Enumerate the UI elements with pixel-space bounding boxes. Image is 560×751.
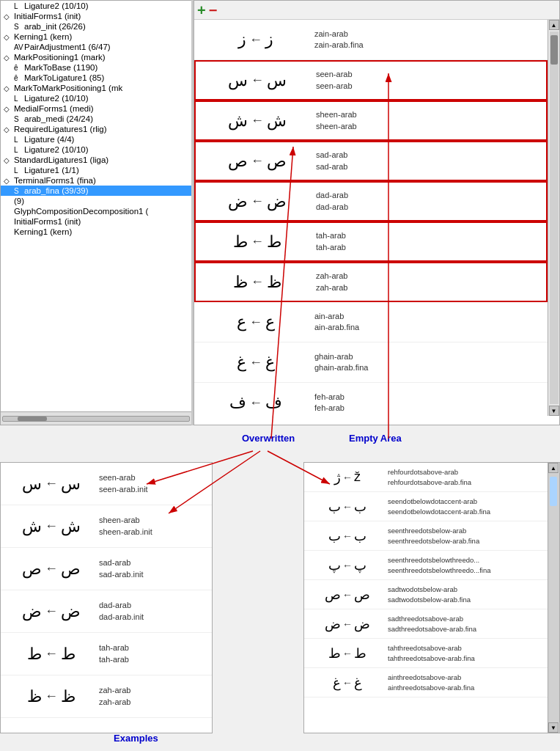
glyph-names: dad-arab dad-arab — [316, 190, 543, 213]
glyph-names: ghain-arab ghain-arab.fina — [314, 351, 545, 374]
tree-item[interactable]: ◇Kerning1 (kern) — [1, 32, 191, 42]
empty-names: sadthreedotsabove-arab sadthreedotsabove… — [388, 614, 545, 634]
horizontal-scrollbar[interactable] — [1, 411, 191, 425]
empty-scroll-up[interactable]: ▲ — [548, 463, 559, 473]
tree-item[interactable]: LLigature2 (10/10) — [1, 93, 191, 103]
arrow-icon: ← — [251, 153, 264, 169]
glyph-row[interactable]: ز ← ز zain-arab zain-arab.fina — [194, 20, 548, 60]
empty-row: ض ← ض sadthreedotsabove-arab sadthreedot… — [304, 609, 548, 639]
glyph-row[interactable]: غ ← غ ghain-arab ghain-arab.fina — [194, 342, 548, 383]
example-row: ص ← ص sad-arab sad-arab.init — [1, 548, 212, 590]
example-glyph-cell: ط ← ط — [4, 645, 99, 664]
example-glyph-cell: س ← س — [4, 475, 99, 494]
tree-item[interactable]: ◇InitialForms1 (init) — [1, 11, 191, 21]
glyph-names: zah-arab zah-arab — [316, 271, 543, 293]
scroll-up-button[interactable]: ▲ — [549, 20, 559, 30]
tree-item[interactable]: AVPairAdjustment1 (6/47) — [1, 42, 191, 52]
example-row: ظ ← ظ zah-arab zah-arab — [1, 675, 212, 718]
example-row: ش ← ش sheen-arab sheen-arab.init — [1, 505, 212, 548]
remove-button[interactable]: − — [209, 3, 218, 18]
empty-row: غ ← غ ainthreedotsabove-arab ainthreedot… — [304, 668, 548, 697]
tree-item[interactable]: GlyphCompositionDecomposition1 ( — [1, 206, 191, 216]
add-button[interactable]: + — [197, 3, 206, 18]
glyph-row[interactable]: س ← س seen-arab seen-arab — [194, 60, 548, 100]
empty-area-label: Empty Area — [349, 433, 402, 444]
annotation-section: Overwritten Empty Area س ← س seen-arab s… — [0, 425, 560, 751]
tree-item[interactable]: Kerning1 (kern) — [1, 227, 191, 237]
glyph-table-scroll: ز ← ز zain-arab zain-arab.fina س ← س see… — [194, 20, 548, 416]
glyph-row[interactable]: ض ← ض dad-arab dad-arab — [194, 181, 548, 221]
glyph-cell: س ← س — [199, 71, 316, 90]
glyph-row[interactable]: ظ ← ظ zah-arab zah-arab — [194, 262, 548, 302]
scroll-down-button[interactable]: ▼ — [549, 406, 559, 416]
glyph-names: zain-arab zain-arab.fina — [314, 29, 545, 51]
tree-item[interactable]: InitialForms1 (init) — [1, 216, 191, 227]
empty-scroll-down[interactable]: ▼ — [548, 722, 559, 733]
tree-item[interactable]: ◇RequiredLigatures1 (rlig) — [1, 124, 191, 134]
tree-item[interactable]: LLigature (4/4) — [1, 134, 191, 144]
tree-item[interactable]: LLigature2 (10/10) — [1, 1, 191, 11]
glyph-cell: ع ← ع — [197, 312, 314, 331]
glyph-row[interactable]: ف ← ف feh-arab feh-arab — [194, 383, 548, 416]
glyph-cell: ص ← ص — [199, 152, 316, 171]
empty-names: seenthreedotsbelowthreedo... seenthreedo… — [388, 555, 545, 575]
tree-item[interactable]: êMarkToBase (1190) — [1, 62, 191, 73]
tree-item[interactable]: ◇MedialForms1 (medi) — [1, 103, 191, 114]
tree-item[interactable]: LLigature1 (1/1) — [1, 165, 191, 175]
empty-glyph-cell: ب ← ب — [307, 528, 388, 544]
empty-glyph-cell: غ ← غ — [307, 675, 388, 691]
empty-glyph-cell: ص ← ص — [307, 587, 388, 603]
glyph-cell: غ ← غ — [197, 353, 314, 372]
tree-item[interactable]: LLigature2 (10/10) — [1, 144, 191, 155]
glyph-cell: ض ← ض — [199, 192, 316, 211]
glyph-row[interactable]: ع ← ع ain-arab ain-arab.fina — [194, 302, 548, 342]
glyph-cell: ظ ← ظ — [199, 273, 316, 292]
empty-row: ژ ← ž rehfourdotsabove-arab rehfourdotsa… — [304, 463, 548, 492]
empty-glyph-cell: ط ← ط — [307, 645, 388, 662]
glyph-row[interactable]: ش ← ش sheen-arab sheen-arab — [194, 100, 548, 141]
example-row: س ← س seen-arab seen-arab.init — [1, 463, 212, 505]
tree-item[interactable]: ◇StandardLigatures1 (liga) — [1, 155, 191, 165]
empty-names: ainthreedotsabove-arab ainthreedotsabove… — [388, 673, 545, 692]
toolbar: + − — [194, 1, 559, 20]
glyph-row[interactable]: ط ← ط tah-arab tah-arab — [194, 221, 548, 262]
empty-glyph-cell: ژ ← ž — [307, 469, 388, 486]
arrow-icon: ← — [249, 355, 262, 370]
arrow-icon: ← — [342, 677, 353, 689]
vertical-scrollbar[interactable]: ▲ ▼ — [548, 20, 559, 416]
empty-glyph-cell: پ ← پ — [307, 557, 388, 574]
arrow-icon: ← — [342, 530, 353, 542]
tree-item[interactable]: Sarab_init (26/26) — [1, 21, 191, 32]
empty-row: پ ← پ seenthreedotsbelowthreedo... seent… — [304, 551, 548, 580]
arrow-icon: ← — [251, 113, 264, 128]
empty-vertical-scrollbar[interactable]: ▲ ▼ — [548, 463, 559, 733]
glyph-cell: ف ← ف — [197, 393, 314, 412]
example-row: ط ← ط tah-arab tah-arab — [1, 633, 212, 675]
arrow-icon: ← — [249, 395, 262, 411]
empty-row: ب ← ب seenthreedotsbelow-arab seenthreed… — [304, 521, 548, 551]
examples-label: Examples — [114, 733, 158, 744]
example-box: س ← س seen-arab seen-arab.init ش ← ش she… — [0, 462, 213, 733]
tree-item[interactable]: ◇MarkToMarkPositioning1 (mk — [1, 83, 191, 93]
arrow-icon: ← — [45, 519, 58, 534]
tree-item[interactable]: ◇TerminalForms1 (fina) — [1, 175, 191, 186]
tree-item[interactable]: (9) — [1, 196, 191, 206]
arrow-icon: ← — [249, 315, 262, 330]
arrow-icon: ← — [251, 234, 264, 249]
example-glyph-cell: ظ ← ظ — [4, 687, 99, 706]
example-glyph-cell: ص ← ص — [4, 560, 99, 579]
overwritten-label: Overwritten — [242, 433, 295, 444]
example-names: tah-arab tah-arab — [99, 642, 209, 665]
tree-item[interactable]: Sarab_fina (39/39) — [1, 186, 191, 196]
empty-area-box: ژ ← ž rehfourdotsabove-arab rehfourdotsa… — [303, 462, 560, 733]
tree-item[interactable]: êMarkToLigature1 (85) — [1, 73, 191, 83]
glyph-names: sheen-arab sheen-arab — [316, 109, 543, 132]
arrow-icon: ← — [45, 689, 58, 704]
glyph-row[interactable]: ص ← ص sad-arab sad-arab — [194, 141, 548, 181]
tree-item[interactable]: ◇MarkPositioning1 (mark) — [1, 52, 191, 62]
empty-row: ص ← ص sadtwodotsbelow-arab sadtwodotsbel… — [304, 580, 548, 609]
arrow-icon: ← — [342, 472, 353, 483]
tree-item[interactable]: Sarab_medi (24/24) — [1, 114, 191, 124]
example-names: sheen-arab sheen-arab.init — [99, 515, 209, 538]
arrow-icon: ← — [45, 476, 58, 491]
